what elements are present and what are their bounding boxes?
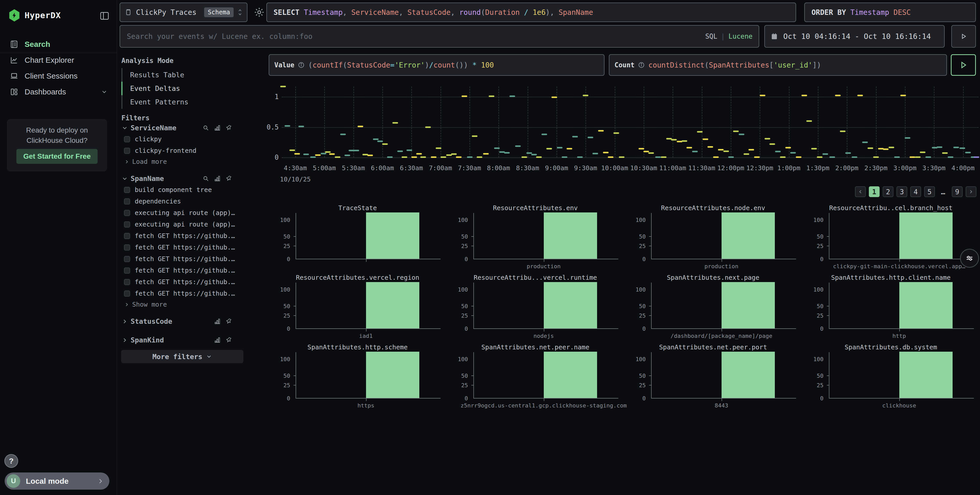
gear-icon[interactable] — [254, 7, 265, 18]
y-axis-tick-label: 0 — [465, 256, 468, 262]
filter-group-header[interactable]: ServiceName — [121, 122, 244, 133]
value-label: Value — [274, 61, 294, 69]
x-axis-line — [473, 328, 618, 329]
live-tail-button[interactable] — [951, 25, 976, 48]
pin-icon[interactable] — [225, 175, 232, 182]
filter-option[interactable]: fetch GET https://github.… — [121, 276, 244, 288]
sidebar-item-client-sessions[interactable]: Client Sessions — [0, 68, 117, 84]
checkbox[interactable] — [124, 221, 130, 227]
count-expression-field[interactable]: Count countDistinct(SpanAttributes['user… — [609, 54, 947, 76]
x-axis-line — [473, 398, 618, 398]
checkbox[interactable] — [124, 279, 130, 285]
page-prev-button[interactable] — [855, 186, 866, 197]
link-label: Load more — [132, 158, 167, 165]
x-axis-category-label: z5nrr9ogcd.us-central1.gcp.clickhouse-st… — [461, 402, 627, 408]
help-button[interactable]: ? — [4, 454, 18, 468]
checkbox[interactable] — [124, 244, 130, 251]
search-icon[interactable] — [202, 124, 209, 131]
page-2-button[interactable]: 2 — [883, 186, 893, 197]
sidebar-item-dashboards[interactable]: Dashboards — [0, 84, 117, 100]
field-chart-resourceattributes-env: ResourceAttributes.env10050250production — [447, 204, 624, 273]
pin-icon[interactable] — [225, 336, 232, 343]
load-more-link[interactable]: Load more — [121, 156, 244, 165]
checkbox[interactable] — [124, 136, 130, 142]
user-menu[interactable]: U Local mode — [5, 473, 109, 490]
filter-option[interactable]: dependencies — [121, 195, 244, 207]
data-point — [765, 138, 770, 140]
checkbox[interactable] — [124, 210, 130, 216]
sql-token: ( — [705, 61, 709, 69]
chart-settings-fab[interactable] — [960, 249, 979, 268]
filter-option[interactable]: build component tree — [121, 184, 244, 195]
get-started-button[interactable]: Get Started for Free — [16, 149, 98, 164]
show-more-link[interactable]: Show more — [121, 299, 244, 308]
x-axis-tick-label: 2:30pm — [864, 164, 887, 172]
y-axis-tick-label: 50 — [817, 303, 824, 309]
checkbox[interactable] — [124, 256, 130, 262]
filter-option[interactable]: fetch GET https://github.… — [121, 288, 244, 299]
filter-option[interactable]: clickpy-frontend — [121, 145, 244, 156]
order-by-input[interactable]: ORDER BY Timestamp DESC — [804, 3, 976, 22]
filter-group-header[interactable]: SpanKind — [121, 335, 244, 346]
promo-text: Ready to deploy on — [7, 125, 107, 135]
bars-icon[interactable] — [214, 318, 221, 325]
search-icon[interactable] — [202, 175, 209, 182]
filter-option[interactable]: executing api route (app)… — [121, 219, 244, 230]
x-axis-tick — [366, 329, 366, 332]
filter-option-label: fetch GET https://github.… — [135, 290, 235, 297]
page-1-button[interactable]: 1 — [869, 186, 880, 197]
schema-badge[interactable]: Schema — [204, 8, 234, 17]
filter-group-header[interactable]: SpanName — [121, 173, 244, 184]
more-filters-button[interactable]: More filters — [121, 350, 243, 363]
checkbox[interactable] — [124, 148, 130, 154]
data-point — [760, 95, 765, 96]
sql-language-option[interactable]: SQL — [705, 32, 717, 40]
y-axis-tick — [294, 306, 296, 306]
filter-option[interactable]: fetch GET https://github.… — [121, 265, 244, 276]
local-mode-label: Local mode — [26, 477, 68, 485]
filter-option[interactable]: fetch GET https://github.… — [121, 230, 244, 242]
value-expression-field[interactable]: Value (countIf(StatusCode='Error')/count… — [269, 54, 605, 76]
checkbox[interactable] — [124, 233, 130, 239]
lucene-language-option[interactable]: Lucene — [729, 32, 752, 40]
checkbox[interactable] — [124, 187, 130, 193]
logo: HyperDX — [9, 9, 61, 22]
filter-option[interactable]: fetch GET https://github.… — [121, 242, 244, 253]
sidebar-item-search[interactable]: Search — [0, 36, 117, 52]
filter-option[interactable]: clickpy — [121, 133, 244, 145]
data-point — [290, 149, 295, 151]
sidebar-item-chart-explorer[interactable]: Chart Explorer — [0, 52, 117, 68]
data-point — [572, 136, 578, 138]
checkbox[interactable] — [124, 290, 130, 297]
page-9-button[interactable]: 9 — [952, 186, 963, 197]
page-4-button[interactable]: 4 — [910, 186, 921, 197]
checkbox[interactable] — [124, 198, 130, 205]
pin-icon[interactable] — [225, 318, 232, 325]
bars-icon[interactable] — [214, 124, 221, 131]
database-icon — [125, 9, 132, 16]
pin-icon[interactable] — [225, 124, 232, 131]
data-point — [603, 152, 609, 153]
time-range-picker[interactable]: Oct 10 04:16:14 - Oct 10 16:16:14 — [764, 25, 945, 48]
analysis-mode-results-table[interactable]: Results Table — [121, 68, 229, 82]
filter-group-header[interactable]: StatusCode — [121, 316, 244, 327]
y-axis-tick-label: 25 — [639, 243, 646, 249]
checkbox[interactable] — [124, 268, 130, 274]
page-next-button[interactable] — [966, 186, 977, 197]
bars-icon[interactable] — [214, 175, 221, 182]
y-axis-tick — [471, 376, 473, 376]
filter-option[interactable]: fetch GET https://github.… — [121, 253, 244, 265]
page-3-button[interactable]: 3 — [897, 186, 907, 197]
analysis-mode-event-deltas[interactable]: Event Deltas — [121, 82, 229, 95]
page-5-button[interactable]: 5 — [924, 186, 935, 197]
bars-icon[interactable] — [214, 336, 221, 343]
search-input[interactable] — [126, 32, 700, 41]
filter-option[interactable]: executing api route (app)… — [121, 207, 244, 219]
field-chart-resourceattributes-vercel-region: ResourceAttributes.vercel.region10050250… — [269, 273, 447, 343]
analysis-mode-event-patterns[interactable]: Event Patterns — [121, 95, 229, 109]
collapse-sidebar-icon[interactable] — [99, 11, 110, 21]
sql-select-input[interactable]: SELECT Timestamp, ServiceName, StatusCod… — [266, 3, 796, 22]
run-query-button[interactable] — [951, 54, 976, 76]
data-source-select[interactable]: ClickPy Traces Schema — [119, 3, 247, 22]
x-axis-line — [296, 398, 441, 398]
